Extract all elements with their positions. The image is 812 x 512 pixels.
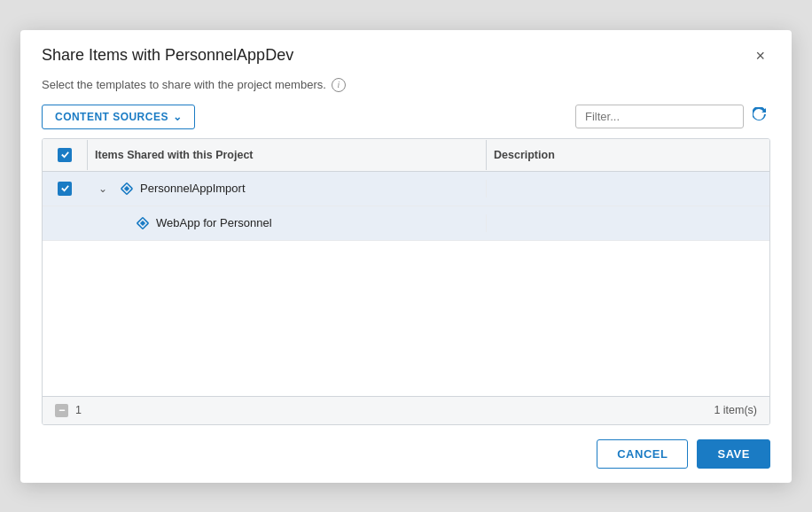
chevron-down-icon: ⌄ [173,111,182,123]
header-checkbox-cell [43,139,87,171]
row1-expand-icon[interactable]: ⌄ [92,182,113,195]
footer-count: 1 [75,404,82,416]
save-button[interactable]: SAVE [697,439,770,469]
header-checkbox[interactable] [58,148,72,162]
table-row: WebApp for Personnel [43,206,769,241]
row1-checkbox-cell [43,173,87,205]
col-name-header: Items Shared with this Project [87,140,486,170]
row2-desc [486,214,769,232]
dialog-footer: CANCEL SAVE [20,425,792,483]
table: Items Shared with this Project Descripti… [42,138,770,425]
col-desc-header: Description [486,140,769,170]
row2-diamond-icon [135,215,151,231]
footer-check-wrap: 1 [55,404,82,417]
cancel-button[interactable]: CANCEL [597,439,688,469]
row1-diamond-icon [119,181,135,197]
table-row: ⌄ PersonnelAppImport [43,172,769,206]
footer-checkbox[interactable] [55,404,68,417]
content-sources-label: CONTENT SOURCES [55,111,168,123]
filter-input[interactable] [575,105,744,128]
dialog-title: Share Items with PersonnelAppDev [42,46,293,65]
row1-desc [486,180,769,198]
subtitle-text: Select the templates to share with the p… [42,78,326,91]
filter-wrap [575,105,770,128]
svg-rect-1 [124,185,129,190]
row1-checkbox[interactable] [58,182,72,196]
table-footer: 1 1 item(s) [43,396,769,424]
empty-table-area [43,241,769,396]
footer-items-label: 1 item(s) [714,404,757,416]
toolbar: CONTENT SOURCES ⌄ [20,105,792,138]
svg-rect-4 [59,410,65,412]
dialog-header: Share Items with PersonnelAppDev × [20,30,792,76]
table-header: Items Shared with this Project Descripti… [43,139,769,172]
table-body: ⌄ PersonnelAppImport [43,172,769,396]
refresh-button[interactable] [749,105,770,128]
dialog-subtitle: Select the templates to share with the p… [20,76,792,105]
row2-checkbox-cell [43,214,87,232]
svg-rect-3 [140,220,145,225]
row1-name-cell: ⌄ PersonnelAppImport [87,172,486,206]
refresh-icon [753,107,767,121]
share-dialog: Share Items with PersonnelAppDev × Selec… [20,30,792,483]
content-sources-button[interactable]: CONTENT SOURCES ⌄ [42,105,195,129]
row1-name: PersonnelAppImport [140,182,246,195]
row2-name: WebApp for Personnel [156,216,272,229]
row2-name-cell: WebApp for Personnel [87,206,486,240]
info-icon[interactable]: i [332,78,346,92]
close-button[interactable]: × [750,46,770,66]
